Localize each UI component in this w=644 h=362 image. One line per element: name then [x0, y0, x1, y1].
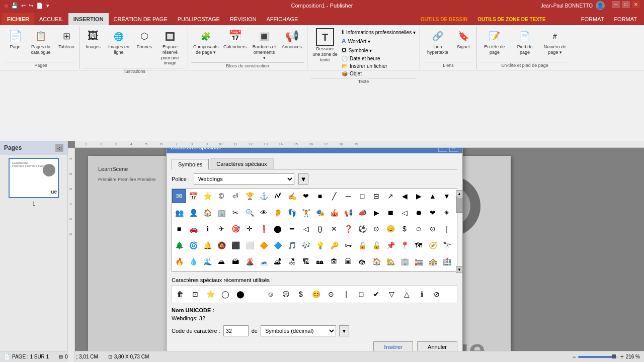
ribbon-item-wordart[interactable]: A WordArt ▾	[341, 37, 417, 45]
symbol-cell[interactable]: 🏆	[243, 189, 257, 203]
recent-char-cell[interactable]	[249, 287, 263, 301]
symbol-cell[interactable]: ■	[172, 222, 186, 236]
symbol-cell[interactable]: ╱	[327, 189, 341, 203]
ribbon-item-page[interactable]: 📄 Page	[5, 27, 25, 51]
symbol-cell[interactable]: ◀	[397, 189, 412, 203]
symbol-cell[interactable]: ⏎	[228, 189, 243, 203]
symbol-cell[interactable]: ━	[285, 222, 299, 236]
recent-char-cell[interactable]: 😊	[309, 287, 323, 301]
symbol-cell[interactable]: 🏖	[285, 254, 299, 268]
zoom-out-button[interactable]: −	[573, 353, 576, 360]
symbol-cell[interactable]: ❓	[341, 222, 355, 236]
symbol-cell[interactable]: 🏕	[271, 254, 285, 268]
zoom-slider[interactable]	[578, 356, 618, 358]
symbol-cell[interactable]: 🏠	[369, 254, 383, 268]
char-code-input[interactable]	[223, 325, 249, 336]
symbol-cell[interactable]: ❤	[426, 206, 440, 220]
symbol-cell[interactable]: ▶	[412, 189, 426, 203]
symbol-cell[interactable]: 🏣	[412, 254, 426, 268]
ribbon-item-numero[interactable]: # Numéro de page ▾	[540, 27, 570, 56]
symbol-cell[interactable]: 🔍	[243, 206, 257, 220]
symbol-cell[interactable]: ⚽	[355, 222, 369, 236]
tab-revision[interactable]: RÉVISION	[225, 13, 262, 25]
symbol-cell[interactable]: 🏘	[313, 254, 327, 268]
symbol-cell[interactable]: 🔕	[214, 238, 228, 252]
ribbon-item-pages-catalogue[interactable]: 📋 Pages du catalogue	[26, 27, 55, 56]
ribbon-item-signet[interactable]: 🔖 Signet	[453, 27, 473, 51]
symbol-cell[interactable]: 🎭	[313, 206, 327, 220]
symbol-cell[interactable]: 🗺	[412, 238, 426, 252]
symbol-cell[interactable]: ■	[313, 189, 327, 203]
zoom-in-button[interactable]: +	[620, 353, 624, 360]
symbol-cell[interactable]: 📍	[397, 238, 412, 252]
symbol-cell[interactable]: 👤	[186, 206, 200, 220]
window-close-button[interactable]: ✕	[632, 1, 640, 8]
recent-char-cell[interactable]: ▽	[384, 287, 398, 301]
window-minimize-button[interactable]: ─	[612, 1, 620, 8]
symbol-cell[interactable]: ▼	[440, 189, 454, 203]
symbol-cell[interactable]: ⊟	[369, 189, 383, 203]
symbol-cell[interactable]: ⏺	[412, 206, 426, 220]
symbol-cell[interactable]: 🔑	[327, 238, 341, 252]
tab-publipostage[interactable]: PUBLIPOSTAGE	[173, 13, 225, 25]
symbol-cell[interactable]: $	[397, 222, 412, 236]
symbol-cell[interactable]: 🏤	[426, 254, 440, 268]
symbol-cell[interactable]: 🌋	[243, 254, 257, 268]
symbol-cell[interactable]: ✕	[327, 222, 341, 236]
symbol-cell[interactable]: ()	[313, 222, 327, 236]
symbol-cell[interactable]: 🏠	[200, 206, 214, 220]
symbol-cell[interactable]: ⬛	[228, 238, 243, 252]
symbol-cell[interactable]: 🔷	[271, 238, 285, 252]
recent-char-cell[interactable]: ⊘	[430, 287, 444, 301]
ribbon-item-bordures[interactable]: 🔳 Bordures et ornements ▾	[250, 27, 279, 61]
symbol-cell[interactable]: ⏹	[383, 206, 397, 220]
symbol-cell[interactable]: 🏚	[327, 254, 341, 268]
symbol-cell[interactable]: 📣	[355, 206, 369, 220]
ribbon-item-composants[interactable]: 🧩 Composants de page ▾	[191, 27, 220, 56]
symbol-cell[interactable]: 🗲	[271, 189, 285, 203]
symbol-cell[interactable]: ⚓	[257, 189, 271, 203]
tab-creation[interactable]: CRÉATION DE PAGE	[109, 13, 173, 25]
quick-access-customize[interactable]: ▾	[46, 3, 49, 9]
symbol-cell[interactable]: ⛰	[214, 254, 228, 268]
symbol-cell[interactable]: 🏗	[299, 254, 313, 268]
page-thumbnail[interactable]: LearnScenePremière Première Première ue	[9, 158, 59, 198]
tab-outils-zone-texte[interactable]: OUTILS DE ZONE DE TEXTE	[472, 13, 551, 25]
symbol-cell[interactable]: ©	[214, 189, 228, 203]
ribbon-item-images-ligne[interactable]: 🌐 Images en ligne	[104, 27, 133, 56]
symbol-cell[interactable]: ✴	[440, 206, 454, 220]
ribbon-item-inserer-fichier[interactable]: 📂 Insérer un fichier	[341, 63, 417, 69]
symbol-cell[interactable]: 🏟	[355, 254, 369, 268]
quick-access-undo[interactable]: ↩	[21, 3, 26, 9]
symbol-cell[interactable]: 🏡	[383, 254, 397, 268]
recent-char-cell[interactable]: ☺	[264, 287, 278, 301]
symbol-cell[interactable]: 🧭	[426, 238, 440, 252]
symbol-cell[interactable]: 🏔	[228, 254, 243, 268]
symbol-cell[interactable]: 🔔	[200, 238, 214, 252]
symbol-cell[interactable]: 🏋	[299, 206, 313, 220]
ribbon-item-espace-reserve[interactable]: 🔲 Espace réservé pour une image	[155, 27, 185, 67]
recent-char-cell[interactable]: ☹	[279, 287, 293, 301]
symbol-cell[interactable]: ⭐	[200, 189, 214, 203]
symbol-cell[interactable]: 💧	[186, 254, 200, 268]
recent-char-cell[interactable]: ⊡	[188, 287, 202, 301]
symbol-cell[interactable]: ⊙	[426, 222, 440, 236]
tab-outils-dessin[interactable]: OUTILS DE DESSIN	[416, 13, 472, 25]
symbol-cell[interactable]: ▲	[426, 189, 440, 203]
char-code-type-select[interactable]: Symboles (décimal)	[261, 325, 336, 336]
recent-char-cell[interactable]: 🗑	[173, 287, 187, 301]
ribbon-item-formes[interactable]: ⬡ Formes	[134, 27, 154, 51]
recent-char-cell[interactable]: ◯	[218, 287, 232, 301]
symbol-cell[interactable]: 😊	[383, 222, 397, 236]
symbol-cell[interactable]: 💡	[313, 238, 327, 252]
quick-access-save[interactable]: 💾	[11, 3, 18, 9]
symbol-cell[interactable]: 🔶	[257, 238, 271, 252]
recent-char-cell[interactable]: $	[294, 287, 308, 301]
tab-insertion[interactable]: INSERTION	[68, 13, 109, 25]
window-maximize-button[interactable]: □	[622, 1, 630, 8]
symbol-cell[interactable]: 🗝	[341, 238, 355, 252]
ribbon-item-info-pro[interactable]: ℹ Informations professionnelles ▾	[341, 28, 417, 36]
ribbon-item-calendriers[interactable]: 📅 Calendriers	[221, 27, 249, 51]
symbol-cell[interactable]: ⊙	[369, 222, 383, 236]
tab-format1[interactable]: FORMAT	[576, 13, 609, 25]
